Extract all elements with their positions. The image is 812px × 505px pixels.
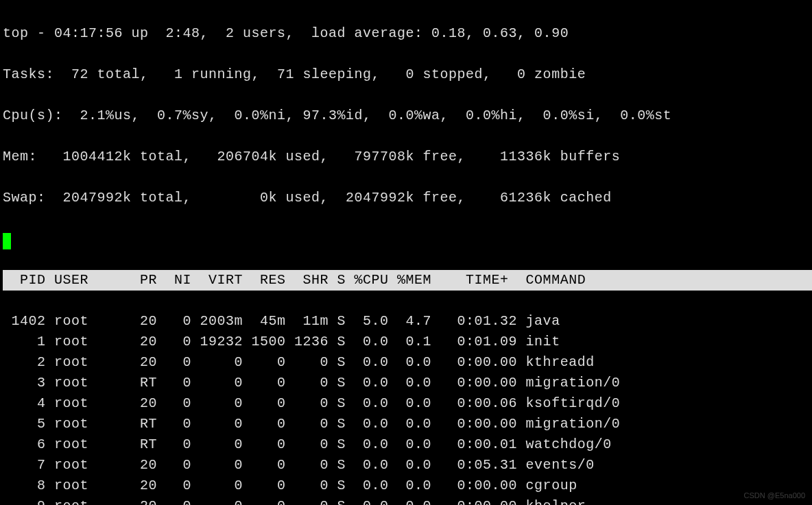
process-row: 1 root 20 0 19232 1500 1236 S 0.0 0.1 0:… (3, 332, 812, 352)
summary-line-uptime: top - 04:17:56 up 2:48, 2 users, load av… (3, 23, 812, 44)
summary-line-cpu: Cpu(s): 2.1%us, 0.7%sy, 0.0%ni, 97.3%id,… (3, 106, 812, 126)
watermark: CSDN @E5na000 (744, 490, 805, 502)
terminal-output[interactable]: top - 04:17:56 up 2:48, 2 users, load av… (0, 0, 812, 505)
cursor-icon (3, 233, 11, 249)
process-row: 4 root 20 0 0 0 0 S 0.0 0.0 0:00.06 ksof… (3, 393, 812, 414)
process-row: 9 root 20 0 0 0 0 S 0.0 0.0 0:00.00 khel… (3, 496, 812, 505)
process-row: 3 root RT 0 0 0 0 S 0.0 0.0 0:00.00 migr… (3, 373, 812, 393)
process-row: 7 root 20 0 0 0 0 S 0.0 0.0 0:05.31 even… (3, 455, 812, 476)
cursor-line (3, 229, 812, 249)
process-row: 6 root RT 0 0 0 0 S 0.0 0.0 0:00.01 watc… (3, 434, 812, 455)
process-row: 1402 root 20 0 2003m 45m 11m S 5.0 4.7 0… (3, 311, 812, 332)
summary-line-mem: Mem: 1004412k total, 206704k used, 79770… (3, 147, 812, 167)
summary-line-tasks: Tasks: 72 total, 1 running, 71 sleeping,… (3, 64, 812, 85)
summary-line-swap: Swap: 2047992k total, 0k used, 2047992k … (3, 188, 812, 208)
process-row: 8 root 20 0 0 0 0 S 0.0 0.0 0:00.00 cgro… (3, 476, 812, 496)
process-row: 5 root RT 0 0 0 0 S 0.0 0.0 0:00.00 migr… (3, 414, 812, 434)
process-list: 1402 root 20 0 2003m 45m 11m S 5.0 4.7 0… (3, 311, 812, 505)
process-row: 2 root 20 0 0 0 0 S 0.0 0.0 0:00.00 kthr… (3, 352, 812, 373)
process-table-header: PID USER PR NI VIRT RES SHR S %CPU %MEM … (3, 270, 812, 291)
